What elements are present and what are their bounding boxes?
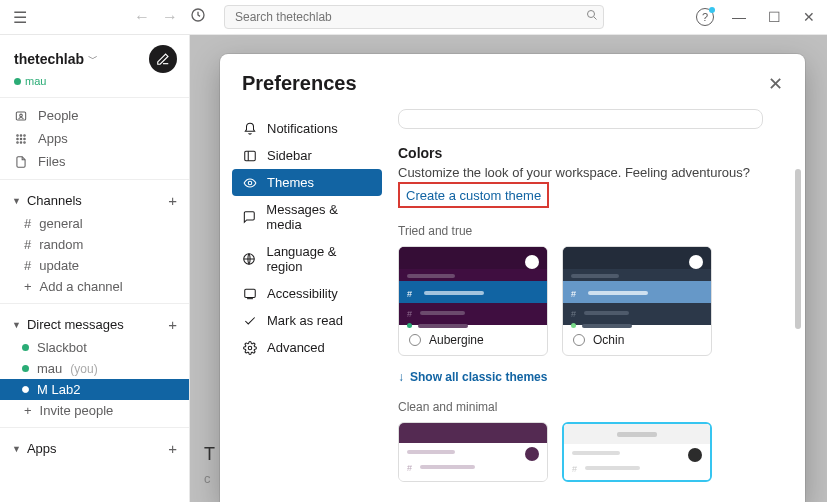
dm-mlab2[interactable]: M Lab2 [0, 379, 189, 400]
colors-desc: Customize the look of your workspace. Fe… [398, 165, 775, 180]
apps-header[interactable]: ▼ Apps + [0, 434, 189, 461]
add-dm-icon[interactable]: + [168, 316, 177, 333]
channel-general[interactable]: #general [0, 213, 189, 234]
nav-files[interactable]: Files [0, 150, 189, 173]
radio-icon [573, 334, 585, 346]
caret-down-icon: ▼ [12, 320, 21, 330]
pref-nav-markread[interactable]: Mark as read [232, 307, 382, 334]
svg-point-10 [17, 141, 19, 143]
channel-update[interactable]: #update [0, 255, 189, 276]
theme-card-ochin[interactable]: # # Ochin [562, 246, 712, 356]
svg-rect-16 [244, 289, 255, 297]
show-all-themes[interactable]: ↓ Show all classic themes [398, 370, 775, 384]
channels-header[interactable]: ▼ Channels + [0, 186, 189, 213]
search-icon [586, 9, 598, 24]
window-maximize[interactable]: ☐ [764, 9, 785, 25]
create-custom-theme-link[interactable]: Create a custom theme [406, 188, 541, 203]
sidebar-icon [242, 148, 257, 163]
accessibility-icon [242, 286, 257, 301]
dm-mau[interactable]: mau (you) [0, 358, 189, 379]
eye-icon [242, 175, 257, 190]
radio-icon [409, 334, 421, 346]
bell-icon [242, 121, 257, 136]
check-icon [242, 313, 257, 328]
nav-forward: → [158, 8, 182, 26]
theme-card-clean1[interactable]: # [398, 422, 548, 482]
nav-back[interactable]: ← [130, 8, 154, 26]
svg-point-11 [20, 141, 22, 143]
create-theme-highlight: Create a custom theme [398, 182, 549, 208]
help-icon[interactable]: ? [696, 8, 714, 26]
pref-nav-notifications[interactable]: Notifications [232, 115, 382, 142]
channel-random[interactable]: #random [0, 234, 189, 255]
pref-nav-language[interactable]: Language & region [232, 238, 382, 280]
svg-point-3 [20, 114, 23, 117]
svg-point-5 [20, 134, 22, 136]
search-wrap[interactable] [224, 5, 604, 29]
pref-nav-themes[interactable]: Themes [232, 169, 382, 196]
dm-slackbot[interactable]: Slackbot [0, 337, 189, 358]
colors-title: Colors [398, 145, 775, 161]
preferences-modal: Preferences ✕ Notifications Sidebar Them… [220, 54, 805, 502]
search-input[interactable] [224, 5, 604, 29]
pref-nav-messages[interactable]: Messages & media [232, 196, 382, 238]
hamburger-menu[interactable]: ☰ [8, 8, 32, 27]
compose-button[interactable] [149, 45, 177, 73]
nav-people[interactable]: People [0, 104, 189, 127]
svg-point-8 [20, 138, 22, 140]
current-user: mau [25, 75, 46, 87]
caret-down-icon: ▼ [12, 444, 21, 454]
svg-point-14 [248, 181, 252, 185]
dm-header[interactable]: ▼ Direct messages + [0, 310, 189, 337]
clean-minimal-label: Clean and minimal [398, 400, 775, 414]
modal-title: Preferences [242, 72, 357, 95]
theme-card-clean2[interactable]: # [562, 422, 712, 482]
arrow-down-icon: ↓ [398, 370, 404, 384]
svg-rect-2 [16, 111, 25, 119]
chevron-down-icon: ﹀ [88, 52, 98, 66]
chat-icon [242, 210, 256, 225]
scrollbar[interactable] [795, 169, 801, 329]
invite-people[interactable]: +Invite people [0, 400, 189, 421]
svg-point-4 [17, 134, 19, 136]
history-icon[interactable] [186, 7, 210, 27]
add-channel[interactable]: +Add a channel [0, 276, 189, 297]
caret-down-icon: ▼ [12, 196, 21, 206]
gear-icon [242, 340, 257, 355]
svg-point-7 [17, 138, 19, 140]
add-app-icon[interactable]: + [168, 440, 177, 457]
nav-apps[interactable]: Apps [0, 127, 189, 150]
tried-true-label: Tried and true [398, 224, 775, 238]
window-minimize[interactable]: — [728, 9, 750, 25]
window-close[interactable]: ✕ [799, 9, 819, 25]
theme-card-aubergine[interactable]: # # Aubergine [398, 246, 548, 356]
svg-point-9 [24, 138, 26, 140]
presence-dot [14, 78, 21, 85]
svg-point-17 [248, 346, 252, 350]
svg-rect-13 [244, 151, 255, 160]
svg-point-6 [24, 134, 26, 136]
pref-nav-accessibility[interactable]: Accessibility [232, 280, 382, 307]
add-channel-icon[interactable]: + [168, 192, 177, 209]
background-content: T c [204, 440, 215, 490]
pref-nav-sidebar[interactable]: Sidebar [232, 142, 382, 169]
pref-nav-advanced[interactable]: Advanced [232, 334, 382, 361]
svg-point-1 [588, 11, 595, 18]
workspace-name[interactable]: thetechlab [14, 51, 84, 67]
search-box-placeholder [398, 109, 763, 129]
globe-icon [242, 252, 256, 267]
close-icon[interactable]: ✕ [768, 73, 783, 95]
svg-point-12 [24, 141, 26, 143]
